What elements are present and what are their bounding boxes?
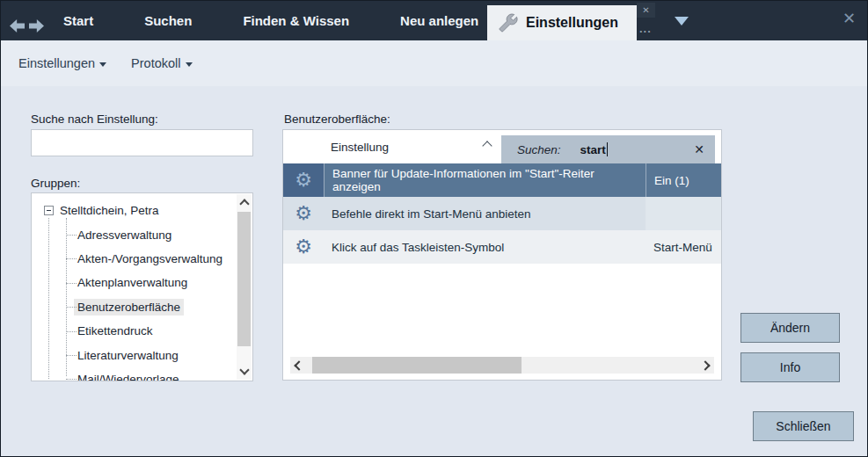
tab-finden-wissen[interactable]: Finden & Wissen [217, 13, 375, 28]
tree-item-label: Akten-/Vorgangsverwaltung [77, 252, 222, 265]
menu-bar: Einstellungen Protokoll [1, 40, 867, 86]
table-horizontal-scrollbar[interactable] [290, 357, 714, 374]
setting-value: Ein (1) [646, 163, 721, 197]
table-header[interactable]: Einstellung Suchen: start ✕ [283, 130, 721, 163]
table-row[interactable]: ⚙ Banner für Update-Informationen im "St… [283, 163, 721, 197]
tab-bar: Start Suchen Finden & Wissen Neu anlegen… [1, 1, 867, 40]
tree-root-item[interactable]: Stelltdichein, Petra [32, 199, 252, 222]
chevron-down-icon [186, 62, 193, 67]
wrench-icon [499, 13, 518, 33]
tree-item-label: Etikettendruck [77, 324, 153, 337]
tree-vertical-scrollbar[interactable] [237, 194, 252, 380]
tree-collapse-icon[interactable] [44, 206, 54, 215]
setting-name: Banner für Update-Informationen im "Star… [324, 163, 646, 197]
setting-name: Klick auf das Taskleisten-Symbol [324, 230, 646, 264]
tab-einstellungen-active[interactable]: Einstellungen [487, 5, 637, 40]
tree-root-label: Stelltdichein, Petra [60, 204, 159, 217]
search-clear-icon[interactable]: ✕ [694, 142, 704, 156]
tree-item-benutzeroberflaeche[interactable]: Benutzeroberfläche [32, 295, 252, 319]
tab-close-icon[interactable]: ✕ [637, 3, 655, 18]
tab-list-dropdown-icon[interactable] [675, 17, 689, 25]
groups-label: Gruppen: [31, 177, 80, 190]
table-search-box[interactable]: Suchen: start ✕ [501, 135, 715, 163]
gear-icon: ⚙ [295, 237, 312, 257]
tree-item-label: Mail/Wiedervorlage [77, 373, 179, 381]
scroll-left-icon[interactable] [294, 360, 303, 370]
tree-item-akten-vorgangsverwaltung[interactable]: Akten-/Vorgangsverwaltung [32, 247, 252, 271]
menu-protokoll[interactable]: Protokoll [131, 56, 192, 70]
table-search-value[interactable]: start [580, 143, 606, 156]
setting-search-input[interactable] [31, 129, 253, 156]
tab-suchen[interactable]: Suchen [119, 13, 217, 28]
text-cursor [607, 142, 608, 156]
tree-item-literaturverwaltung[interactable]: Literaturverwaltung [32, 343, 252, 366]
aendern-button[interactable]: Ändern [740, 313, 840, 343]
sort-ascending-icon [482, 141, 492, 150]
tree-item-label: Aktenplanverwaltung [77, 276, 187, 289]
tree-item-label: Literaturverwaltung [77, 349, 179, 362]
table-search-label: Suchen: [517, 143, 561, 156]
menu-protokoll-label: Protokoll [131, 56, 180, 70]
setting-value: Start-Menü [646, 230, 721, 264]
tab-overflow-dots[interactable]: ... [639, 22, 652, 35]
column-header-einstellung[interactable]: Einstellung [331, 141, 389, 154]
settings-table: Einstellung Suchen: start ✕ ⚙ Banner für… [282, 129, 722, 381]
tree-item-label-selected: Benutzeroberfläche [74, 299, 184, 316]
menu-einstellungen[interactable]: Einstellungen [18, 56, 106, 70]
chevron-down-icon [99, 62, 106, 67]
tree-item-adressverwaltung[interactable]: Adressverwaltung [32, 222, 252, 246]
gear-icon: ⚙ [295, 204, 312, 223]
back-arrow-icon[interactable] [10, 19, 25, 33]
scroll-down-icon[interactable] [239, 365, 249, 374]
tree-item-label: Adressverwaltung [77, 228, 171, 242]
scroll-right-icon[interactable] [700, 360, 710, 370]
window-close-button[interactable]: ✕ [842, 11, 856, 26]
tree-item-etikettendruck[interactable]: Etikettendruck [32, 319, 252, 343]
search-setting-label: Suche nach Einstellung: [31, 112, 158, 126]
setting-value [646, 197, 721, 230]
gear-icon: ⚙ [295, 170, 312, 190]
menu-einstellungen-label: Einstellungen [18, 56, 95, 70]
tree-item-aktenplanverwaltung[interactable]: Aktenplanverwaltung [32, 271, 252, 294]
groups-tree: Stelltdichein, Petra Adressverwaltung Ak… [31, 192, 253, 381]
table-row[interactable]: ⚙ Klick auf das Taskleisten-Symbol Start… [283, 230, 721, 264]
tab-start[interactable]: Start [38, 13, 119, 28]
settings-window: Start Suchen Finden & Wissen Neu anlegen… [0, 0, 868, 457]
active-tab-label: Einstellungen [526, 15, 618, 31]
scrollbar-thumb[interactable] [237, 212, 251, 346]
scroll-up-icon[interactable] [239, 199, 249, 208]
table-row[interactable]: ⚙ Befehle direkt im Start-Menü anbieten [283, 197, 721, 230]
setting-name: Befehle direkt im Start-Menü anbieten [324, 197, 646, 230]
scrollbar-thumb[interactable] [312, 357, 522, 374]
schliessen-button[interactable]: Schließen [753, 411, 854, 441]
tab-neu-anlegen[interactable]: Neu anlegen [375, 13, 504, 28]
table-title: Benutzeroberfläche: [284, 112, 390, 126]
info-button[interactable]: Info [740, 352, 840, 382]
tree-item-mail-wiedervorlage[interactable]: Mail/Wiedervorlage [32, 367, 252, 381]
